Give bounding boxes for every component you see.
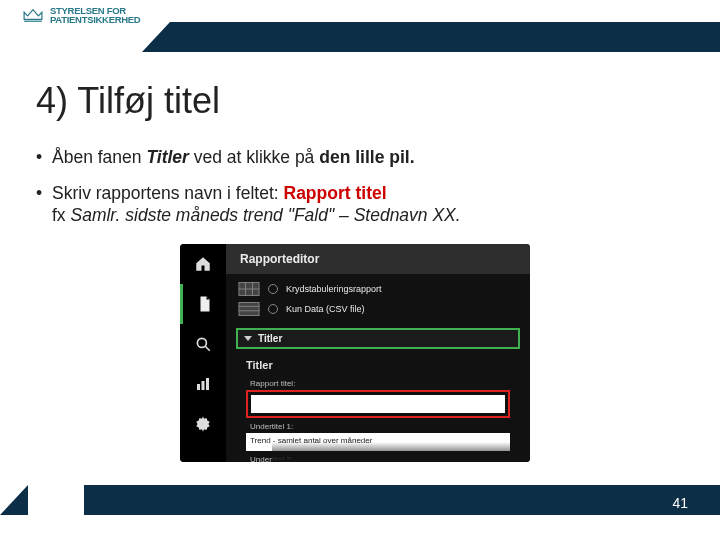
search-icon[interactable] — [180, 324, 226, 364]
crosstab-thumb-icon — [238, 282, 260, 296]
svg-rect-3 — [197, 384, 200, 390]
svg-point-1 — [197, 338, 206, 347]
csv-thumb-icon — [238, 302, 260, 316]
app-window: Rapporteditor Krydstabuleringsrapport — [180, 244, 530, 462]
gear-icon[interactable] — [180, 404, 226, 444]
editor-panel: Rapporteditor Krydstabuleringsrapport — [226, 244, 530, 462]
slide-title: 4) Tilføj titel — [36, 80, 220, 122]
crown-icon — [22, 7, 44, 23]
chart-icon[interactable] — [180, 364, 226, 404]
field-label-undertitel1: Undertitel 1: — [250, 422, 510, 431]
panel-title: Rapporteditor — [226, 244, 530, 274]
report-type-radios: Krydstabuleringsrapport Kun Data (CSV fi… — [226, 274, 530, 322]
embedded-screenshot: Rapporteditor Krydstabuleringsrapport — [180, 244, 530, 462]
bullet-1: Åben fanen Titler ved at klikke på den l… — [36, 146, 684, 168]
bullet-2: Skriv rapportens navn i feltet: Rapport … — [36, 182, 684, 226]
field-label-rapport-titel: Rapport titel: — [250, 379, 510, 388]
chevron-down-icon — [244, 336, 252, 341]
footer-bar-notch — [0, 485, 28, 515]
scroll-fade — [272, 442, 530, 462]
header-bar-notch — [142, 22, 170, 52]
radio-csv[interactable]: Kun Data (CSV file) — [238, 302, 518, 316]
radio-dot-icon — [268, 304, 278, 314]
page-number: 41 — [672, 495, 688, 511]
section-heading: Titler — [246, 359, 510, 371]
rapport-titel-highlight — [246, 390, 510, 418]
radio-crosstab[interactable]: Krydstabuleringsrapport — [238, 282, 518, 296]
accordion-titler[interactable]: Titler — [236, 328, 520, 349]
svg-rect-5 — [206, 378, 209, 390]
sidebar — [180, 244, 226, 462]
svg-rect-4 — [202, 381, 205, 390]
footer — [0, 482, 720, 518]
logo-line2: PATIENTSIKKERHED — [50, 15, 140, 24]
bullet-list: Åben fanen Titler ved at klikke på den l… — [36, 146, 684, 240]
svg-line-2 — [205, 346, 210, 351]
logo-text: STYRELSEN FOR PATIENTSIKKERHED — [50, 6, 140, 24]
slide: STYRELSEN FOR PATIENTSIKKERHED 4) Tilføj… — [0, 0, 720, 540]
header-bar-fill — [170, 22, 720, 52]
rapport-titel-input[interactable] — [251, 395, 505, 413]
file-icon[interactable] — [180, 284, 226, 324]
home-icon[interactable] — [180, 244, 226, 284]
header-bar — [142, 22, 720, 52]
header: STYRELSEN FOR PATIENTSIKKERHED — [0, 0, 720, 58]
svg-rect-11 — [239, 302, 259, 315]
logo: STYRELSEN FOR PATIENTSIKKERHED — [22, 6, 140, 24]
footer-bar — [84, 485, 720, 515]
radio-dot-icon — [268, 284, 278, 294]
